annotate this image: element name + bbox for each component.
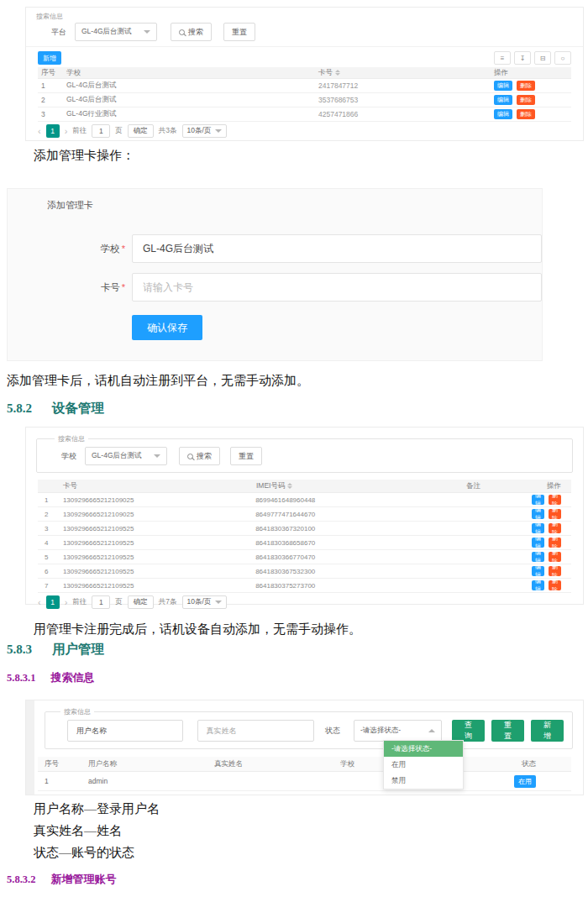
add-card-button[interactable]: 新增 [38,51,61,65]
edit-button[interactable]: 编辑 [532,566,544,576]
status-badge: 在用 [514,775,536,788]
prev-page-icon[interactable]: ‹ [38,598,41,607]
col-imei[interactable]: IMEI号码 [256,481,466,491]
glossary-line: 用户名称—登录用户名 [34,798,160,820]
table-row: 1 admin 在用 [38,772,571,791]
platform-select[interactable]: GL-4G后台测试 [75,23,157,41]
goto-confirm-button[interactable]: 确定 [128,124,154,138]
glossary-line: 状态—账号的状态 [34,842,160,863]
delete-button[interactable]: 删除 [549,580,561,590]
edit-button[interactable]: 编辑 [532,552,544,562]
col-card[interactable]: 卡号 [318,68,494,78]
prev-page-icon[interactable]: ‹ [38,127,41,136]
dropdown-option-active[interactable]: 在用 [384,757,463,773]
query-button[interactable]: 查询 [452,720,485,742]
delete-button[interactable]: 删除 [549,538,561,548]
goto-confirm-button[interactable]: 确定 [128,595,154,609]
user-search-area: 搜索信息 用户名称 状态 -请选择状态- 查询 重置 新增 [45,707,573,749]
glossary-line: 真实姓名—姓名 [34,820,160,842]
school-select[interactable]: GL-4G后台测试 [85,447,167,465]
edit-button[interactable]: 编辑 [494,109,512,119]
more-icon[interactable]: ○ [554,51,571,65]
table-row: 513092966652121095258641830366770470 编辑删… [38,550,571,564]
device-list-screenshot: 搜索信息 学校 GL-4G后台测试 搜索 重置 卡号 IME [25,427,584,605]
chevron-down-icon [215,129,222,133]
username-input[interactable]: 用户名称 [67,720,183,742]
search-legend: 搜索信息 [55,434,88,443]
col-remark: 备注 [466,481,533,491]
status-label: 状态 [325,726,340,737]
edit-button[interactable]: 编辑 [532,523,544,533]
sort-icon[interactable] [335,70,340,76]
total-count: 共7条 [159,597,177,607]
status-select[interactable]: -请选择状态- [354,720,442,742]
reset-button[interactable]: 重置 [230,447,262,465]
table-row: 313092966652121095258641830367320100 编辑删… [38,522,571,536]
current-page[interactable]: 1 [46,595,60,609]
edit-button[interactable]: 编辑 [532,538,544,548]
next-page-icon[interactable]: › [65,127,68,136]
delete-button[interactable]: 删除 [517,95,535,105]
device-table-header: 卡号 IMEI号码 备注 操作 [38,480,571,493]
chevron-up-icon [428,729,435,732]
current-page[interactable]: 1 [46,124,60,138]
sidebar-edge [26,700,34,795]
delete-button[interactable]: 删除 [549,552,561,562]
manual-page: 搜索信息 平台 GL-4G后台测试 搜索 重置 新增 ≡ ↧ [0,0,588,897]
goto-page-input[interactable] [92,595,110,609]
heading-5-8-3-2: 5.8.3.2 新增管理账号 [7,872,116,887]
export-icon[interactable]: ↧ [514,51,531,65]
delete-button[interactable]: 删除 [549,509,561,519]
table-row: 2 GL-4G后台测试 3537686753 编辑删除 [38,93,571,108]
search-icon [187,454,193,459]
user-mgmt-screenshot: 搜索信息 用户名称 状态 -请选择状态- 查询 重置 新增 序号 用户名称 真实… [25,700,584,795]
heading-5-8-3: 5.8.3 用户管理 [7,641,104,658]
add-card-form: 添加管理卡 学校* 卡号* 确认保存 [7,188,543,361]
confirm-save-button[interactable]: 确认保存 [132,315,202,340]
platform-label: 平台 [51,27,66,38]
delete-button[interactable]: 删除 [549,523,561,533]
status-dropdown: -请选择状态- 在用 禁用 [383,740,464,789]
required-mark: * [122,244,125,254]
dropdown-option-disabled[interactable]: 禁用 [384,773,463,789]
col-op: 操作 [533,481,571,491]
delete-button[interactable]: 删除 [517,81,535,91]
para-device-note: 用管理卡注册完成后，话机设备自动添加，无需手动操作。 [34,622,361,637]
page-size-select[interactable]: 10条/页 [182,124,228,138]
add-user-button[interactable]: 新增 [531,720,564,742]
edit-button[interactable]: 编辑 [494,81,512,91]
page-size-select[interactable]: 10条/页 [182,595,228,609]
reset-button[interactable]: 重置 [491,720,524,742]
required-mark: * [122,282,125,292]
para-after-add: 添加管理卡后，话机自动注册到平台，无需手动添加。 [7,373,309,389]
heading-5-8-2: 5.8.2 设备管理 [7,400,104,417]
edit-button[interactable]: 编辑 [532,509,544,519]
para-add-card-op: 添加管理卡操作： [34,148,134,164]
reset-button[interactable]: 重置 [223,23,255,41]
col-card: 卡号 [63,481,256,491]
col-no: 序号 [38,68,66,78]
search-button[interactable]: 搜索 [179,447,220,465]
filter-columns-icon[interactable]: ≡ [494,51,511,65]
edit-button[interactable]: 编辑 [494,95,512,105]
dropdown-option-placeholder[interactable]: -请选择状态- [384,741,463,757]
search-button[interactable]: 搜索 [171,23,212,41]
school-select-value: GL-4G后台测试 [92,451,142,461]
school-field[interactable] [132,234,542,263]
edit-button[interactable]: 编辑 [532,495,544,505]
next-page-icon[interactable]: › [65,598,68,607]
sort-icon[interactable] [287,483,292,489]
delete-button[interactable]: 删除 [549,495,561,505]
realname-input[interactable] [197,720,314,742]
goto-page-input[interactable] [92,124,110,138]
device-table: 卡号 IMEI号码 备注 操作 113092966652121090258699… [38,480,571,593]
print-icon[interactable]: ⊟ [534,51,551,65]
chevron-down-icon [144,30,150,34]
delete-button[interactable]: 删除 [549,566,561,576]
card-table-toolbar: 新增 ≡ ↧ ⊟ ○ [26,47,583,67]
platform-select-value: GL-4G后台测试 [81,27,132,37]
table-row: 613092966652121095258641830367532300 编辑删… [38,564,571,579]
edit-button[interactable]: 编辑 [532,580,544,590]
card-number-field[interactable] [132,273,542,302]
delete-button[interactable]: 删除 [517,109,535,119]
